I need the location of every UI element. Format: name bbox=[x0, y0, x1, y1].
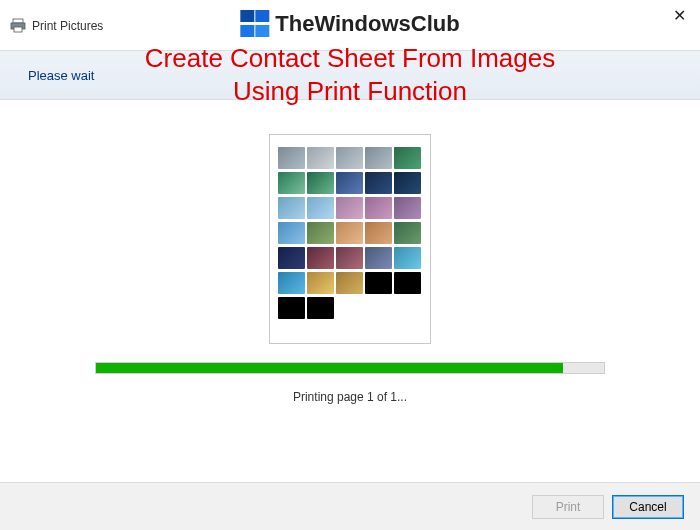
preview-row bbox=[278, 222, 422, 244]
overlay-line2: Using Print Function bbox=[145, 75, 555, 108]
preview-thumb bbox=[278, 172, 305, 194]
preview-row bbox=[278, 147, 422, 169]
svg-point-3 bbox=[22, 24, 24, 26]
preview-thumb bbox=[307, 297, 334, 319]
preview-thumb bbox=[307, 147, 334, 169]
preview-thumb bbox=[307, 272, 334, 294]
preview-thumb bbox=[336, 197, 363, 219]
close-button[interactable]: ✕ bbox=[670, 6, 688, 24]
print-button: Print bbox=[532, 495, 604, 519]
printer-icon bbox=[10, 18, 26, 34]
preview-row bbox=[278, 247, 422, 269]
main-area: Printing page 1 of 1... bbox=[0, 100, 700, 410]
preview-thumb bbox=[307, 247, 334, 269]
preview-thumb bbox=[278, 247, 305, 269]
preview-thumb bbox=[394, 222, 421, 244]
brand-logo-icon bbox=[240, 10, 272, 38]
close-icon: ✕ bbox=[673, 6, 686, 25]
preview-thumb bbox=[365, 222, 392, 244]
preview-thumb bbox=[394, 172, 421, 194]
preview-thumb bbox=[365, 272, 392, 294]
status-text: Printing page 1 of 1... bbox=[293, 390, 407, 404]
brand-watermark: TheWindowsClub bbox=[240, 10, 459, 38]
preview-thumb bbox=[394, 147, 421, 169]
preview-thumb bbox=[336, 272, 363, 294]
instruction-text: Please wait bbox=[28, 68, 94, 83]
preview-thumb bbox=[278, 222, 305, 244]
preview-thumb bbox=[365, 172, 392, 194]
preview-thumb bbox=[278, 297, 305, 319]
preview-row bbox=[278, 172, 422, 194]
preview-thumb bbox=[336, 172, 363, 194]
preview-thumb bbox=[278, 147, 305, 169]
preview-thumb bbox=[307, 222, 334, 244]
preview-thumb bbox=[394, 247, 421, 269]
preview-thumb bbox=[365, 247, 392, 269]
progress-fill bbox=[96, 363, 563, 373]
dialog-footer: Print Cancel bbox=[0, 482, 700, 530]
preview-thumb bbox=[365, 197, 392, 219]
preview-row bbox=[278, 297, 422, 319]
brand-name: TheWindowsClub bbox=[275, 11, 459, 37]
preview-thumb bbox=[336, 147, 363, 169]
preview-thumb bbox=[307, 197, 334, 219]
preview-row bbox=[278, 197, 422, 219]
preview-thumb bbox=[307, 172, 334, 194]
contact-sheet-preview bbox=[269, 134, 431, 344]
preview-thumb bbox=[394, 197, 421, 219]
cancel-button[interactable]: Cancel bbox=[612, 495, 684, 519]
preview-thumb bbox=[394, 272, 421, 294]
overlay-caption: Create Contact Sheet From Images Using P… bbox=[145, 42, 555, 107]
svg-rect-2 bbox=[14, 27, 22, 32]
window-title: Print Pictures bbox=[32, 19, 103, 33]
progress-bar bbox=[95, 362, 605, 374]
svg-rect-0 bbox=[13, 19, 23, 23]
preview-thumb bbox=[278, 272, 305, 294]
overlay-line1: Create Contact Sheet From Images bbox=[145, 42, 555, 75]
preview-thumb bbox=[365, 147, 392, 169]
preview-row bbox=[278, 272, 422, 294]
preview-thumb bbox=[278, 197, 305, 219]
preview-thumb bbox=[336, 247, 363, 269]
preview-thumb bbox=[336, 222, 363, 244]
